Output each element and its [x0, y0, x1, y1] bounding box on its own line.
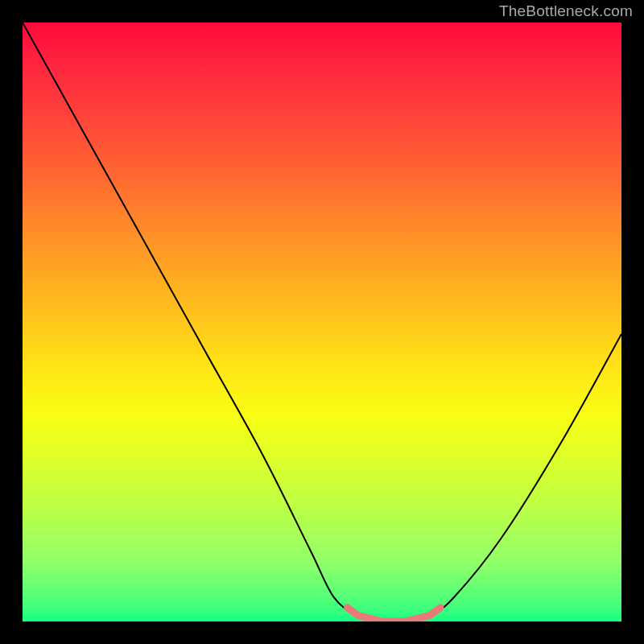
chart-frame: TheBottleneck.com	[0, 0, 644, 644]
watermark-label: TheBottleneck.com	[499, 2, 633, 20]
bottleneck-curve-path	[23, 23, 621, 621]
curve-layer	[23, 23, 621, 621]
plot-area	[23, 23, 621, 621]
optimal-marker	[431, 608, 440, 614]
optimal-marker	[419, 616, 430, 618]
optimal-zone-markers	[348, 608, 440, 621]
optimal-marker	[348, 608, 357, 614]
